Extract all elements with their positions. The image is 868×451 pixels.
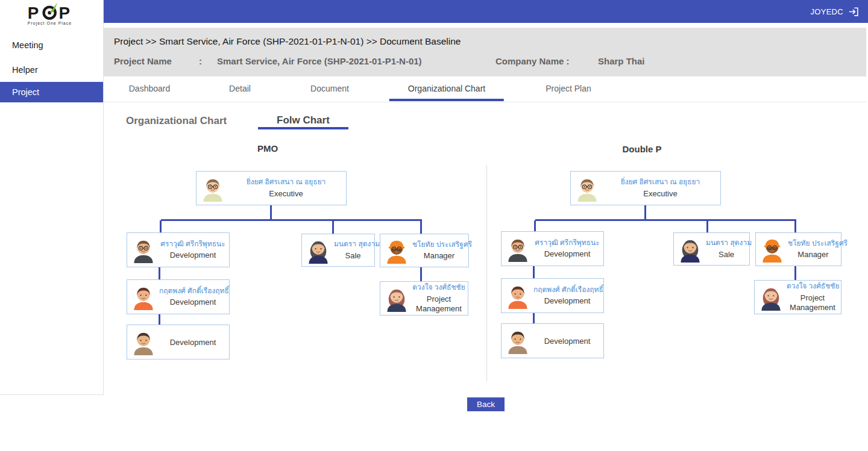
org-node-manager[interactable]: ชโยทัย ประเสริฐศรี Manager bbox=[755, 232, 841, 266]
person-role: Manager bbox=[412, 251, 466, 261]
org-chart-canvas: PMO ยิ่งยศ อิศรเสนา ณ อยุธยา Executive ศ… bbox=[104, 136, 868, 384]
footer-actions: Back bbox=[104, 397, 868, 411]
tab-bar: Dashboard Detail Document Organizational… bbox=[104, 76, 866, 102]
person-role: Project Management bbox=[412, 294, 465, 314]
person-role: Sale bbox=[706, 250, 747, 260]
person-role: Sale bbox=[334, 251, 372, 261]
avatar-development-1 bbox=[505, 235, 531, 262]
org-node-development-1[interactable]: ศราวุฒิ ศรีกรีพุทธนะ Development bbox=[127, 232, 230, 267]
org-node-executive[interactable]: ยิ่งยศ อิศรเสนา ณ อยุธยา Executive bbox=[196, 171, 347, 205]
avatar-manager bbox=[383, 237, 410, 264]
person-role: Development bbox=[159, 297, 227, 307]
svg-text:P: P bbox=[58, 4, 70, 22]
app-logo: P P Project One Place bbox=[0, 0, 103, 28]
project-name-label: Project Name bbox=[114, 56, 172, 66]
tab-detail[interactable]: Detail bbox=[229, 76, 251, 101]
person-role: Development bbox=[159, 250, 227, 260]
company-name-value: Sharp Thai bbox=[598, 56, 645, 66]
tab-document[interactable]: Document bbox=[310, 76, 349, 101]
avatar-project-management bbox=[758, 284, 784, 311]
connector-line bbox=[420, 220, 422, 234]
subtab-active-underline bbox=[258, 127, 348, 129]
connector-line bbox=[332, 220, 334, 234]
org-node-sale[interactable]: มนตรา สุดงาม Sale bbox=[673, 232, 750, 266]
connector-line bbox=[159, 267, 160, 280]
tab-project-plan[interactable]: Project Plan bbox=[546, 76, 591, 101]
sub-header: Organizational Chart Folw Chart bbox=[104, 102, 868, 136]
person-role: Project Management bbox=[787, 293, 838, 313]
sidebar-item-project[interactable]: Project bbox=[0, 82, 103, 102]
avatar-development-3 bbox=[505, 328, 531, 354]
back-button[interactable]: Back bbox=[467, 397, 505, 411]
person-name: ยิ่งยศ อิศรเสนา ณ อยุธยา bbox=[228, 178, 344, 187]
avatar-development-2 bbox=[130, 284, 157, 310]
connector-line bbox=[533, 266, 535, 279]
connector-line bbox=[161, 219, 422, 221]
tab-organizational-chart[interactable]: Organizational Chart bbox=[408, 76, 485, 101]
svg-text:Project One Place: Project One Place bbox=[27, 21, 71, 26]
person-name: ดวงใจ วงศ์ธัชชัย bbox=[787, 282, 838, 291]
connector-line bbox=[270, 205, 272, 220]
org-node-project-management[interactable]: ดวงใจ วงศ์ธัชชัย Project Management bbox=[754, 280, 841, 314]
subtab-flow-chart[interactable]: Folw Chart bbox=[277, 114, 330, 126]
person-name: ดวงใจ วงศ์ธัชชัย bbox=[412, 283, 465, 293]
org-node-development-2[interactable]: กฤตพงศ์ ศักดิ์เรืองฤทธิ์ Development bbox=[501, 278, 604, 313]
person-name: ชโยทัย ประเสริฐศรี bbox=[788, 239, 838, 249]
sidebar-menu: Meeting Helper Project bbox=[0, 33, 103, 102]
connector-line bbox=[533, 313, 535, 324]
person-role: Development bbox=[159, 338, 227, 347]
person-name: มนตรา สุดงาม bbox=[706, 238, 747, 248]
chart-title-pmo: PMO bbox=[231, 143, 304, 154]
avatar-development-2 bbox=[505, 282, 531, 309]
person-name: กฤตพงศ์ ศักดิ์เรืองฤทธิ์ bbox=[159, 287, 227, 296]
avatar-sale bbox=[305, 237, 332, 264]
avatar-executive bbox=[200, 175, 226, 202]
avatar-development-3 bbox=[130, 329, 157, 355]
org-node-sale[interactable]: มนตรา สุดงาม Sale bbox=[301, 234, 375, 267]
subtab-organizational-chart[interactable]: Organizational Chart bbox=[126, 115, 227, 127]
avatar-project-management bbox=[383, 285, 410, 312]
connector-line bbox=[794, 266, 796, 281]
logout-icon[interactable] bbox=[848, 6, 860, 17]
connector-line bbox=[534, 220, 536, 232]
project-info-row: Project Name : Smart Service, Air Force … bbox=[104, 56, 866, 68]
org-node-development-3[interactable]: Development bbox=[127, 325, 230, 359]
person-role: Executive bbox=[603, 189, 718, 199]
chart-divider bbox=[486, 165, 487, 382]
connector-line bbox=[706, 220, 708, 233]
project-name-colon: : bbox=[199, 56, 202, 66]
avatar-development-1 bbox=[130, 237, 157, 263]
person-name: มนตรา สุดงาม bbox=[334, 240, 372, 249]
connector-line bbox=[644, 205, 646, 220]
org-node-development-1[interactable]: ศราวุฒิ ศรีกรีพุทธนะ Development bbox=[501, 231, 604, 266]
project-name-value: Smart Service, Air Force (SHP-2021-01-P1… bbox=[217, 56, 422, 66]
person-name: ศราวุฒิ ศรีกรีพุทธนะ bbox=[159, 240, 227, 249]
org-node-project-management[interactable]: ดวงใจ วงศ์ธัชชัย Project Management bbox=[380, 281, 468, 316]
connector-line bbox=[420, 267, 422, 282]
person-name: ศราวุฒิ ศรีกรีพุทธนะ bbox=[533, 238, 601, 248]
company-name-label: Company Name : bbox=[495, 56, 570, 66]
org-node-development-2[interactable]: กฤตพงศ์ ศักดิ์เรืองฤทธิ์ Development bbox=[127, 279, 230, 314]
person-name: กฤตพงศ์ ศักดิ์เรืองฤทธิ์ bbox=[533, 285, 601, 295]
connector-line bbox=[535, 219, 796, 221]
sidebar-item-meeting[interactable]: Meeting bbox=[0, 33, 103, 57]
page-header: Project >> Smart Service, Air Force (SHP… bbox=[104, 28, 866, 76]
sidebar-item-helper[interactable]: Helper bbox=[0, 57, 103, 82]
person-name: ชโยทัย ประเสริฐศรี bbox=[412, 240, 466, 250]
person-role: Development bbox=[533, 337, 601, 346]
person-role: Manager bbox=[788, 250, 838, 260]
person-role: Executive bbox=[228, 189, 344, 199]
sidebar: P P Project One Place Meeting Helper Pro… bbox=[0, 0, 104, 395]
avatar-executive bbox=[574, 175, 600, 202]
person-role: Development bbox=[533, 249, 601, 259]
top-bar: JOYEDC bbox=[104, 0, 868, 23]
org-node-executive[interactable]: ยิ่งยศ อิศรเสนา ณ อยุธยา Executive bbox=[570, 171, 721, 205]
org-node-manager[interactable]: ชโยทัย ประเสริฐศรี Manager bbox=[380, 234, 469, 267]
tab-dashboard[interactable]: Dashboard bbox=[129, 76, 171, 101]
org-node-development-3[interactable]: Development bbox=[501, 323, 604, 358]
connector-line bbox=[159, 314, 160, 325]
logged-in-user[interactable]: JOYEDC bbox=[810, 7, 843, 16]
avatar-sale bbox=[677, 236, 703, 263]
connector-line bbox=[794, 220, 796, 233]
person-role: Development bbox=[533, 296, 601, 306]
